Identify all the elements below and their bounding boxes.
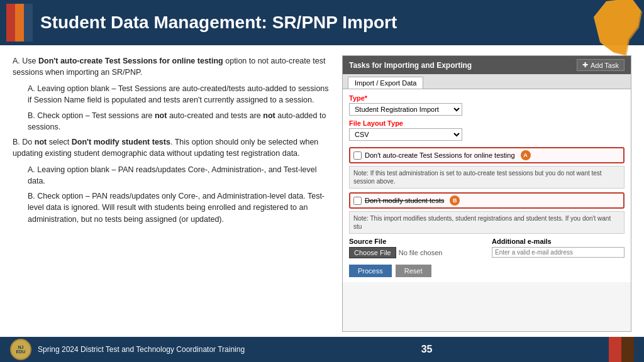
- badge-b: B: [450, 195, 460, 206]
- footer-seal: NJEDU: [10, 339, 31, 360]
- left-panel: A. Use Don't auto-create Test Sessions f…: [13, 55, 330, 332]
- source-file-col: Source File Choose File No file chosen: [349, 238, 482, 261]
- additional-emails-col: Additional e-mails: [492, 238, 625, 261]
- sub-item-a2: B. Check option – Test sessions are not …: [28, 110, 330, 133]
- page-title: Student Data Management: SR/PNP Import: [40, 13, 638, 33]
- tab-import-export[interactable]: Import / Export Data: [348, 77, 423, 89]
- seal-text: NJEDU: [16, 345, 26, 354]
- right-panel: Tasks for Importing and Exporting ✚ Add …: [342, 55, 631, 332]
- bar-orange: [15, 4, 24, 41]
- source-file-label: Source File: [349, 238, 482, 245]
- sub-a1-label: A.: [28, 84, 37, 93]
- footer-left: NJEDU Spring 2024 District Test and Tech…: [10, 339, 245, 360]
- item-b-not: not: [35, 138, 47, 146]
- sub-b2-text: Check option – PAN reads/updates only Co…: [28, 192, 325, 223]
- checkbox1-label: Don't auto-create Test Sessions for onli…: [365, 151, 515, 159]
- footer-page-number: 35: [421, 344, 433, 355]
- sub-a2-mid: auto-created and tests are: [167, 111, 263, 120]
- panel-title: Tasks for Importing and Exporting: [349, 61, 472, 70]
- item-b-label: B. Do not select Don't modify student te…: [13, 138, 318, 158]
- file-row: Choose File No file chosen: [349, 247, 482, 258]
- additional-emails-label: Additional e-mails: [492, 238, 625, 245]
- sub-a1-text: Leaving option blank – Test Sessions are…: [28, 84, 329, 104]
- source-row: Source File Choose File No file chosen A…: [349, 238, 625, 261]
- sub-item-b2: B. Check option – PAN reads/updates only…: [28, 190, 330, 224]
- footer-bar-brown: [621, 337, 634, 362]
- sub-b1-label: A.: [28, 165, 37, 174]
- sub-a2-not: not: [155, 111, 167, 120]
- plus-icon: ✚: [582, 61, 588, 69]
- checkbox2-label: Don't modify student tests: [365, 197, 444, 204]
- type-select[interactable]: Student Registration Import: [349, 103, 462, 116]
- add-task-label: Add Task: [591, 62, 619, 69]
- sub-a2-not2: not: [263, 111, 275, 120]
- sub-a2-label: B.: [28, 111, 37, 120]
- bar-dark: [24, 4, 33, 41]
- item-a-bold: Don't auto-create Test Sessions for onli…: [38, 57, 223, 65]
- sub-b1-text: Leaving option blank – PAN reads/updates…: [28, 165, 317, 185]
- footer-bar-red: [609, 337, 621, 362]
- action-row: Process Reset: [349, 265, 625, 277]
- dont-auto-create-checkbox[interactable]: [353, 151, 362, 160]
- checkbox-row-2: Don't modify student tests B: [349, 192, 625, 209]
- footer-right-bars: [609, 337, 634, 362]
- footer: NJEDU Spring 2024 District Test and Tech…: [0, 337, 644, 362]
- sub-item-a1: A. Leaving option blank – Test Sessions …: [28, 83, 330, 106]
- note-2: Note: This import modifies students, stu…: [349, 211, 625, 234]
- item-a: A. Use Don't auto-create Test Sessions f…: [13, 55, 330, 78]
- reset-button[interactable]: Reset: [396, 265, 431, 277]
- logo-bars: [6, 4, 33, 41]
- task-header: Tasks for Importing and Exporting ✚ Add …: [343, 56, 631, 74]
- file-layout-select[interactable]: CSV: [349, 128, 462, 141]
- process-button[interactable]: Process: [349, 265, 392, 277]
- bar-red: [6, 4, 15, 41]
- no-file-text: No file chosen: [399, 249, 443, 256]
- email-input[interactable]: [492, 247, 625, 258]
- item-a-label: A. Use Don't auto-create Test Sessions f…: [13, 57, 325, 77]
- type-label: Type*: [349, 94, 625, 102]
- nj-shape-icon: [587, 0, 644, 58]
- file-layout-label: File Layout Type: [349, 119, 625, 127]
- header: Student Data Management: SR/PNP Import: [0, 0, 644, 45]
- item-b-bold: Don't modify student tests: [72, 138, 170, 146]
- form-area: Type* Student Registration Import File L…: [343, 89, 631, 282]
- dont-modify-checkbox[interactable]: [353, 197, 362, 205]
- choose-file-button[interactable]: Choose File: [349, 247, 396, 258]
- sub-a2-pre: Check option – Test sessions are: [37, 111, 155, 120]
- checkbox-row-1: Don't auto-create Test Sessions for onli…: [349, 147, 625, 163]
- main-content: A. Use Don't auto-create Test Sessions f…: [0, 45, 644, 337]
- add-task-button[interactable]: ✚ Add Task: [577, 59, 625, 71]
- badge-a: A: [521, 150, 531, 160]
- item-b: B. Do not select Don't modify student te…: [13, 136, 330, 159]
- sub-item-b1: A. Leaving option blank – PAN reads/upda…: [28, 164, 330, 187]
- note-1: Note: If this test administration is set…: [349, 166, 625, 189]
- footer-training-text: Spring 2024 District Test and Technology…: [38, 345, 245, 354]
- tab-bar: Import / Export Data: [343, 74, 631, 89]
- sub-b2-label: B.: [28, 192, 37, 200]
